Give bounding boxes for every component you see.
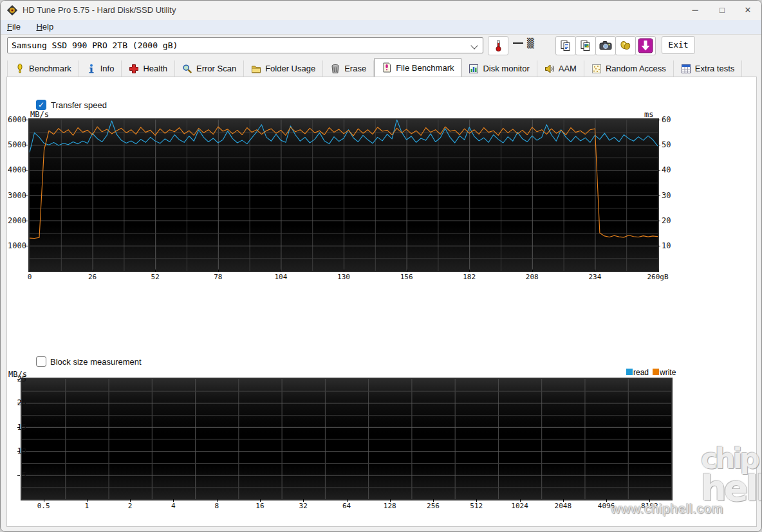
close-button[interactable]: ✕ [733,1,762,20]
menu-file[interactable]: File [1,20,27,32]
minimize-button[interactable]: ─ [680,1,710,20]
axis-tick [658,145,660,145]
axis-tick [217,499,218,502]
x-tick-label: 182 [456,273,482,281]
axis-tick [407,270,407,272]
thermometer-icon [493,39,503,52]
exit-button[interactable]: Exit [662,36,695,54]
x-tick-label: 1024 [507,502,533,510]
y-tick-label: 6000 [2,115,26,124]
axis-tick [433,499,434,502]
tab-extra-tests[interactable]: Extra tests [674,60,742,77]
axis-tick [303,499,304,502]
screenshot-button[interactable] [595,36,616,55]
tab-info[interactable]: Info [79,60,122,77]
axis-tick [218,270,219,272]
axis-tick [658,246,660,246]
axis-tick [17,475,20,476]
axis-tick [281,270,281,272]
tab-random-access[interactable]: Random Access [584,60,674,77]
axis-tick [658,196,660,196]
temperature-button[interactable] [488,36,508,55]
x-tick-label: 26 [80,273,106,281]
trash-icon [330,64,340,74]
x-tick-label: 128 [377,502,403,510]
bottom-chart-legend: read write [626,368,676,377]
block-size-chart [21,378,673,500]
download-results-button[interactable] [635,36,656,55]
download-icon [638,38,653,53]
tab-benchmark[interactable]: Benchmark [7,60,79,77]
top-chart-right-unit: ms [644,110,653,119]
x-tick-label: 2 [117,502,143,510]
axis-tick [130,499,131,502]
y-tick-label: 25 [2,374,26,383]
x-tick-label: 512 [463,502,489,510]
speaker-icon [544,64,555,74]
x-tick-label: 4 [160,502,186,510]
y-tick-label: 5000 [2,140,26,149]
drive-selector-dropdown[interactable]: Samsung SSD 990 PRO 2TB (2000 gB) [7,37,483,53]
y-tick-label: 10 [662,241,681,250]
axis-tick [93,270,93,272]
y-tick-label: 1000 [2,241,26,250]
x-tick-label: 8192 [637,502,662,510]
x-tick-label: 52 [142,273,168,281]
tab-folder-usage[interactable]: Folder Usage [244,60,323,77]
tab-health[interactable]: Health [122,60,175,77]
x-tick-label: 0.5 [31,502,57,510]
tab-erase[interactable]: Erase [323,60,374,77]
axis-tick [30,270,30,272]
copy-image-button[interactable] [575,36,596,55]
x-tick-label: 78 [205,273,231,281]
legend-read-swatch [626,369,633,375]
y-tick-label: 15 [2,423,26,432]
app-icon [7,5,17,15]
legend-read-label: read [633,368,649,377]
x-tick-label: 104 [268,273,293,281]
axis-tick [344,270,344,272]
window-title: HD Tune Pro 5.75 - Hard Disk/SSD Utility [23,5,176,15]
block-size-checkbox[interactable] [36,356,46,367]
axis-tick [25,196,28,196]
y-tick-label: 40 [662,165,681,174]
menubar: File Help [1,20,761,35]
x-tick-label: 4096 [593,502,619,510]
y-tick-label: 3000 [2,191,26,200]
y-tick-label: 30 [662,191,681,200]
x-tick-label: 234 [582,273,608,281]
axis-tick [649,499,650,502]
app-window: HD Tune Pro 5.75 - Hard Disk/SSD Utility… [0,0,762,532]
x-tick-label: 16 [247,502,273,510]
x-tick-label: 208 [519,273,545,281]
x-tick-label: 64 [334,502,360,510]
save-results-button[interactable] [615,36,636,55]
axis-tick [658,221,660,221]
axis-tick [17,427,20,428]
axis-tick [347,499,348,502]
tabbar: Benchmark Info Health Error Scan [7,59,742,77]
axis-tick [44,499,44,502]
info-icon [86,64,97,74]
copy-text-icon [560,40,572,51]
x-tick-label: 8 [204,502,230,510]
menu-help[interactable]: Help [30,20,60,32]
extra-tests-icon [681,64,691,74]
titlebar: HD Tune Pro 5.75 - Hard Disk/SSD Utility… [1,1,761,20]
block-size-label: Block size measurement [50,357,142,367]
copy-text-button[interactable] [555,36,576,55]
y-tick-label: 20 [2,398,26,407]
tab-aam[interactable]: AAM [537,60,584,77]
temperature-value-glyph: ▒ [527,38,534,48]
top-chart-y-unit: MB/s [30,110,49,119]
transfer-speed-checkbox[interactable]: ✓ [36,100,46,110]
axis-tick [658,120,660,120]
tab-file-benchmark[interactable]: File Benchmark [374,58,461,77]
tab-disk-monitor[interactable]: Disk monitor [461,60,537,77]
chevron-down-icon [470,42,478,49]
axis-tick [469,270,470,272]
tab-error-scan[interactable]: Error Scan [175,60,244,77]
random-access-icon [591,64,602,74]
y-tick-label: 4000 [2,165,26,174]
axis-tick [520,499,521,502]
